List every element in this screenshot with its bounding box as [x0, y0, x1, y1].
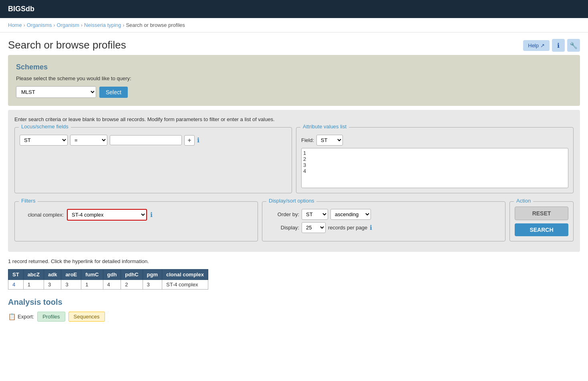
- col-st: ST: [8, 270, 24, 280]
- attr-list-item: 4: [303, 168, 566, 174]
- attr-list-item: 3: [303, 162, 566, 168]
- help-label: Help: [528, 43, 539, 49]
- info-button[interactable]: ℹ: [552, 39, 565, 52]
- order-by-row: Order by: ST abcZ adk aroE fumC gdh pdhC…: [267, 209, 500, 220]
- breadcrumb-neisseria[interactable]: Neisseria typing: [84, 22, 121, 28]
- schemes-title: Schemes: [16, 63, 572, 71]
- attribute-list[interactable]: 1 2 3 4: [301, 148, 568, 188]
- breadcrumb-current: Search or browse profiles: [126, 22, 185, 28]
- display-label: Display:: [267, 225, 299, 231]
- schemes-section: Schemes Please select the scheme you wou…: [8, 55, 580, 106]
- export-row: 📋 Export: Profiles Sequences: [8, 312, 580, 322]
- sequences-button[interactable]: Sequences: [68, 312, 105, 322]
- col-aroe: aroE: [61, 270, 81, 280]
- attribute-values-legend: Attribute values list: [300, 124, 349, 130]
- cell-fumc: 1: [81, 280, 103, 290]
- app-title: BIGSdb: [8, 5, 34, 13]
- operator-dropdown[interactable]: = contains starts with ends with not > <: [70, 135, 107, 146]
- header-buttons: Help ↗ ℹ 🔧: [523, 39, 580, 52]
- locus-info-icon[interactable]: ℹ: [197, 136, 199, 144]
- locus-fields-box: Locus/scheme fields ST abcZ adk aroE fum…: [14, 127, 292, 193]
- schemes-description: Please select the scheme you would like …: [16, 75, 572, 81]
- cell-pgm: 3: [143, 280, 162, 290]
- cell-pdhc: 2: [121, 280, 143, 290]
- display-sort-legend: Display/sort options: [266, 198, 316, 204]
- filter-row: clonal complex: ST-4 complex ST-11 compl…: [20, 209, 253, 221]
- search-description: Enter search criteria or leave blank to …: [14, 116, 574, 122]
- attribute-values-box: Attribute values list Field: ST abcZ adk…: [296, 127, 574, 193]
- col-fumc: fumC: [81, 270, 103, 280]
- field-dropdown[interactable]: ST abcZ adk aroE fumC gdh pdhC pgm clona…: [20, 135, 68, 146]
- col-pgm: pgm: [143, 270, 162, 280]
- cell-adk: 3: [44, 280, 61, 290]
- col-clonal: clonal complex: [162, 270, 208, 280]
- filters-legend: Filters: [19, 198, 38, 204]
- cell-aroe: 3: [61, 280, 81, 290]
- per-page-dropdown[interactable]: 25 50 100 200: [302, 222, 326, 233]
- table-header-row: ST abcZ adk aroE fumC gdh pdhC pgm clona…: [8, 270, 208, 280]
- filters-box: Filters clonal complex: ST-4 complex ST-…: [14, 201, 258, 241]
- wrench-button[interactable]: 🔧: [567, 39, 580, 52]
- cell-abcz: 1: [23, 280, 44, 290]
- cell-st: 4: [8, 280, 24, 290]
- export-icon: 📋: [8, 313, 16, 320]
- info-icon: ℹ: [557, 42, 560, 49]
- breadcrumb-home[interactable]: Home: [8, 22, 22, 28]
- col-gdh: gdh: [103, 270, 121, 280]
- top-bar: BIGSdb: [0, 0, 588, 18]
- order-by-label: Order by:: [267, 211, 299, 217]
- attr-field-label: Field:: [301, 137, 314, 143]
- wrench-icon: 🔧: [570, 42, 578, 49]
- sep4: ›: [123, 22, 124, 28]
- plus-icon: +: [187, 137, 191, 144]
- per-page-suffix: records per page: [328, 225, 367, 231]
- order-by-dropdown[interactable]: ST abcZ adk aroE fumC gdh pdhC pgm: [302, 209, 328, 220]
- breadcrumb-organisms[interactable]: Organisms: [27, 22, 52, 28]
- clonal-complex-label: clonal complex:: [20, 212, 64, 218]
- display-row: Display: 25 50 100 200 records per page …: [267, 222, 500, 233]
- search-section: Enter search criteria or leave blank to …: [8, 110, 580, 252]
- external-link-icon: ↗: [540, 43, 545, 49]
- results-text: 1 record returned. Click the hyperlink f…: [8, 258, 580, 264]
- display-sort-box: Display/sort options Order by: ST abcZ a…: [262, 201, 505, 241]
- st-link[interactable]: 4: [12, 282, 15, 288]
- analysis-title: Analysis tools: [8, 298, 580, 307]
- attr-field-dropdown[interactable]: ST abcZ adk aroE fumC gdh pdhC pgm: [316, 135, 343, 146]
- sep1: ›: [24, 22, 25, 28]
- attr-list-item: 1: [303, 150, 566, 156]
- scheme-select-row: MLST Select: [16, 86, 572, 98]
- attr-field-row: Field: ST abcZ adk aroE fumC gdh pdhC pg…: [301, 135, 568, 146]
- sort-direction-dropdown[interactable]: ascending descending: [330, 209, 371, 220]
- search-button[interactable]: SEARCH: [515, 223, 568, 236]
- cell-gdh: 4: [103, 280, 121, 290]
- clonal-complex-dropdown[interactable]: ST-4 complex ST-11 complex ST-23 complex…: [67, 209, 147, 221]
- value-input[interactable]: [110, 135, 182, 145]
- top-fields-row: Locus/scheme fields ST abcZ adk aroE fum…: [14, 127, 574, 197]
- export-text: Export:: [18, 314, 34, 320]
- per-page-info-icon[interactable]: ℹ: [370, 224, 372, 231]
- select-button[interactable]: Select: [99, 87, 128, 98]
- help-button[interactable]: Help ↗: [523, 40, 550, 51]
- bottom-row: Filters clonal complex: ST-4 complex ST-…: [14, 201, 574, 245]
- cell-clonal: ST-4 complex: [162, 280, 208, 290]
- profiles-button[interactable]: Profiles: [37, 312, 65, 322]
- main-content: Schemes Please select the scheme you wou…: [0, 55, 588, 330]
- action-box: Action RESET SEARCH: [509, 201, 574, 241]
- col-adk: adk: [44, 270, 61, 280]
- header-area: Search or browse profiles Help ↗ ℹ 🔧: [0, 32, 588, 55]
- sep2: ›: [54, 22, 55, 28]
- results-table: ST abcZ adk aroE fumC gdh pdhC pgm clona…: [8, 269, 208, 290]
- scheme-dropdown[interactable]: MLST: [16, 86, 96, 98]
- reset-button[interactable]: RESET: [515, 207, 568, 220]
- locus-form-row: ST abcZ adk aroE fumC gdh pdhC pgm clona…: [20, 135, 287, 146]
- table-row: 4 1 3 3 1 4 2 3 ST-4 complex: [8, 280, 208, 290]
- attr-list-item: 2: [303, 156, 566, 162]
- col-pdhc: pdhC: [121, 270, 143, 280]
- col-abcz: abcZ: [23, 270, 44, 280]
- filter-info-icon[interactable]: ℹ: [150, 211, 153, 219]
- export-label: 📋 Export:: [8, 313, 34, 320]
- add-row-button[interactable]: +: [184, 135, 195, 146]
- breadcrumb-organism[interactable]: Organism: [57, 22, 79, 28]
- page-title: Search or browse profiles: [8, 39, 126, 51]
- sep3: ›: [81, 22, 83, 28]
